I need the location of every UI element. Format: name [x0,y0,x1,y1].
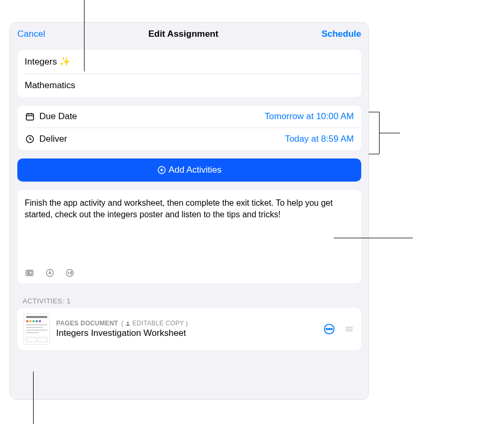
person-icon [125,321,131,326]
edit-assignment-panel: Cancel Edit Assignment Schedule Integers… [9,22,369,400]
assignment-title-field[interactable]: Integers ✨ [17,50,361,73]
svg-rect-0 [26,114,34,120]
due-date-row[interactable]: Due Date Tomorrow at 10:00 AM [17,105,361,128]
drawing-icon[interactable] [45,268,55,278]
instructions-field[interactable]: Finish the app activity and worksheet, t… [25,197,354,220]
calendar-icon [25,111,35,122]
svg-point-16 [329,329,330,330]
more-icon[interactable] [323,323,335,335]
add-activities-label: Add Activities [169,165,222,175]
callout-line [334,238,413,238]
activity-thumbnail [24,313,50,345]
drag-handle-icon[interactable] [343,323,355,335]
cancel-button[interactable]: Cancel [17,29,45,39]
audio-icon[interactable] [65,268,75,278]
subject-field[interactable]: Mathematics [17,74,361,97]
schedule-card: Due Date Tomorrow at 10:00 AM Deliver To… [17,105,361,150]
image-icon[interactable] [25,268,35,278]
svg-point-13 [127,321,129,323]
due-date-label: Due Date [39,111,265,122]
deliver-label: Deliver [39,134,285,144]
due-date-value[interactable]: Tomorrow at 10:00 AM [265,111,354,122]
activity-copy-type: EDITABLE COPY [132,320,184,327]
svg-point-17 [331,329,332,330]
activity-actions [323,323,355,335]
activity-item[interactable]: PAGES DOCUMENT ( EDITABLE COPY ) Integer… [17,308,361,350]
nav-bar: Cancel Edit Assignment Schedule [10,23,369,46]
deliver-value[interactable]: Today at 8:59 AM [285,134,354,144]
callout-line [369,112,379,112]
schedule-button[interactable]: Schedule [321,29,361,39]
activities-section-header: Activities: 1 [23,297,356,305]
callout-line [369,154,379,154]
instructions-toolbar [25,268,354,278]
add-activities-button[interactable]: Add Activities [17,158,361,182]
callout-line [33,372,34,424]
deliver-row[interactable]: Deliver Today at 8:59 AM [17,128,361,150]
svg-point-11 [46,269,54,277]
svg-point-15 [326,329,328,330]
activity-doc-type: PAGES DOCUMENT [56,320,118,327]
clock-icon [25,134,35,144]
title-card: Integers ✨ Mathematics [17,50,361,97]
nav-title: Edit Assignment [148,29,218,39]
plus-circle-icon [157,165,166,175]
callout-line [84,0,85,71]
callout-line [379,133,400,133]
activity-info: PAGES DOCUMENT ( EDITABLE COPY ) Integer… [56,320,317,339]
instructions-card: Finish the app activity and worksheet, t… [17,190,361,283]
activity-title: Integers Investigation Worksheet [56,328,317,339]
